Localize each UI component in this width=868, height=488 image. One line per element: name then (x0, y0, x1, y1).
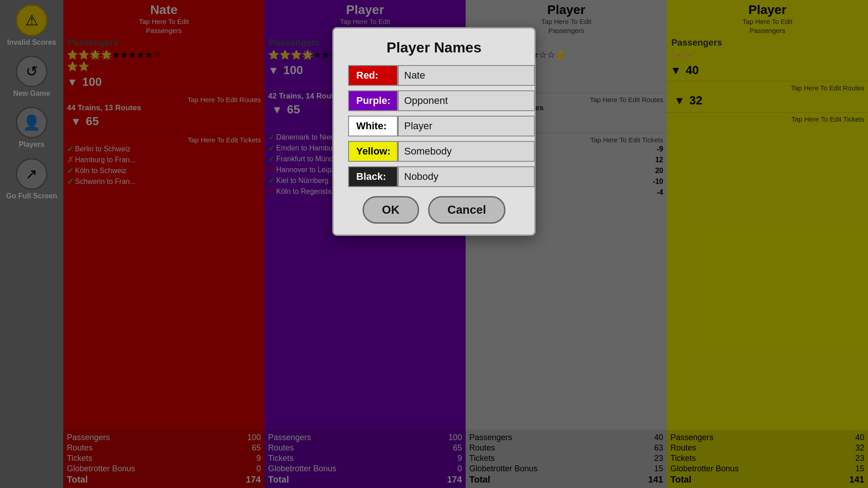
name-row-white: White: (348, 116, 520, 136)
modal-overlay: Player Names Red: Purple: White: Yellow:… (0, 0, 868, 488)
white-name-input[interactable] (398, 116, 535, 136)
name-row-purple: Purple: (348, 90, 520, 111)
yellow-color-label: Yellow: (348, 141, 398, 162)
white-color-label: White: (348, 116, 398, 136)
purple-name-input[interactable] (398, 90, 535, 111)
yellow-name-input[interactable] (398, 141, 535, 162)
player-names-modal: Player Names Red: Purple: White: Yellow:… (332, 27, 536, 236)
name-row-black: Black: (348, 166, 520, 187)
black-color-label: Black: (348, 166, 398, 187)
name-row-red: Red: (348, 65, 520, 86)
cancel-button[interactable]: Cancel (428, 196, 505, 224)
red-color-label: Red: (348, 65, 398, 86)
ok-button[interactable]: OK (363, 196, 419, 224)
modal-buttons: OK Cancel (348, 196, 520, 224)
red-name-input[interactable] (398, 65, 535, 86)
modal-title: Player Names (348, 39, 520, 56)
purple-color-label: Purple: (348, 90, 398, 111)
name-row-yellow: Yellow: (348, 141, 520, 162)
black-name-input[interactable] (398, 166, 535, 187)
